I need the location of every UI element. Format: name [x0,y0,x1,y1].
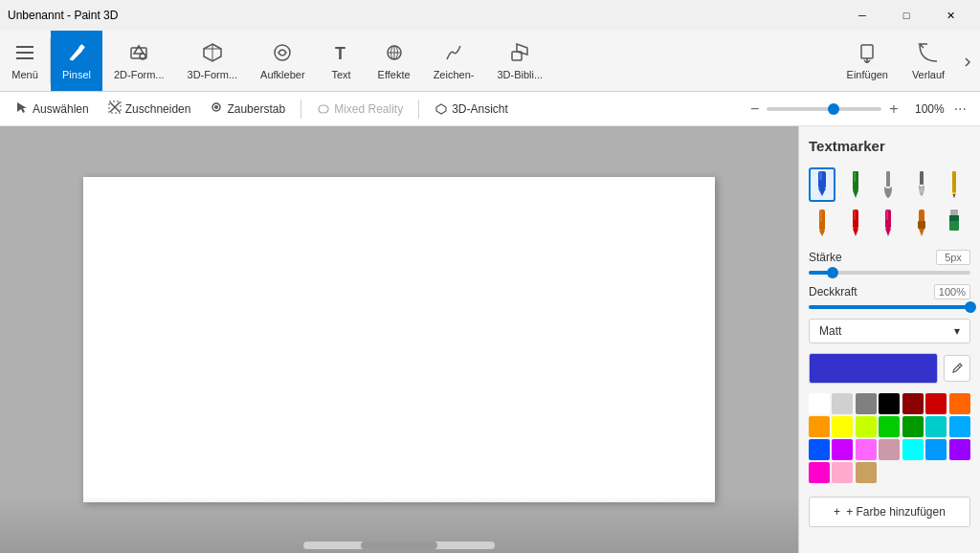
svg-marker-17 [517,44,527,55]
toolbar-aufkleber[interactable]: Aufkleber [249,31,316,91]
pinsel-icon [66,42,87,67]
color-swatch[interactable] [949,416,970,437]
view3d-label: 3D-Ansicht [452,102,508,116]
auswaehlen-button[interactable]: Auswählen [8,97,97,121]
toolbar-2dform[interactable]: 2D-Form... [102,31,176,91]
color-swatch[interactable] [879,416,900,437]
add-color-button[interactable]: + + Farbe hinzufügen [809,497,970,527]
color-swatch[interactable] [832,462,853,483]
brush-airbrush[interactable] [842,206,869,240]
toolbar-pinsel[interactable]: Pinsel [51,31,102,91]
brush-grid [809,167,970,240]
close-button[interactable]: ✕ [928,0,972,31]
scrollbar-thumb [361,542,437,549]
brush-spray[interactable] [875,206,902,240]
svg-marker-46 [885,229,891,236]
color-palette [809,393,970,483]
aufkleber-label: Aufkleber [260,69,304,80]
staerke-value[interactable]: 5px [936,250,970,265]
brush-wasserfarbe[interactable] [908,167,935,202]
titlebar: Unbenannt - Paint 3D ─ □ ✕ [0,0,980,31]
toolbar-text[interactable]: T Text [317,31,367,91]
color-swatch[interactable] [809,462,830,483]
deckkraft-value[interactable]: 100% [934,284,970,299]
zoom-slider[interactable] [767,107,881,111]
color-swatch[interactable] [856,439,877,460]
color-swatch[interactable] [856,393,877,414]
color-swatch[interactable] [949,393,970,414]
color-swatch[interactable] [879,439,900,460]
brush-bucket[interactable] [908,206,935,240]
color-swatch[interactable] [809,393,830,414]
drawing-canvas[interactable] [83,177,715,502]
color-swatch[interactable] [856,416,877,437]
eyedropper-button[interactable] [944,355,970,382]
brush-textmarker[interactable] [809,167,835,202]
finish-chevron-icon: ▾ [954,324,960,338]
brush-oelpinsel[interactable] [875,167,902,202]
deckkraft-fill [809,305,970,309]
color-swatch[interactable] [832,416,853,437]
staerke-section: Stärke 5px [809,250,970,275]
zeichen-icon [443,42,464,67]
color-swatch[interactable] [832,393,853,414]
color-swatch[interactable] [879,393,900,414]
3dbiblio-label: 3D-Bibli... [497,69,543,80]
zoom-minus-button[interactable]: − [746,99,763,120]
view3d-button[interactable]: 3D-Ansicht [427,99,516,120]
tool-sep-1 [301,100,301,119]
toolbar-3dbiblio[interactable]: 3D-Bibli... [485,31,554,91]
add-color-label: + Farbe hinzufügen [846,505,946,519]
horizontal-scrollbar[interactable] [303,542,495,549]
minimize-button[interactable]: ─ [840,0,884,31]
svg-rect-32 [854,172,856,182]
deckkraft-slider[interactable] [809,305,970,309]
tool-sep-2 [418,100,419,119]
toolbar-collapse[interactable] [957,31,980,91]
auswaehlen-icon [15,100,29,117]
color-swatch[interactable] [832,439,853,460]
color-swatch[interactable] [809,416,830,437]
menu-icon [14,42,35,67]
color-swatch[interactable] [925,439,947,460]
zuschneiden-button[interactable]: Zuschneiden [100,97,199,121]
color-swatch[interactable] [902,416,924,437]
brush-crayon[interactable] [809,206,835,240]
color-swatch[interactable] [925,416,947,437]
panel-title: Textmarker [809,138,970,154]
color-swatch-row [809,353,970,384]
canvas-area[interactable] [0,126,798,553]
mixed-reality-button[interactable]: Mixed Reality [309,99,411,120]
main-color-swatch[interactable] [809,353,938,384]
toolbar-3dform[interactable]: 3D-Form... [176,31,250,91]
staerke-slider[interactable] [809,271,970,275]
svg-marker-20 [17,102,27,113]
brush-eraser[interactable] [941,206,968,240]
toolbar-menu[interactable]: Menü [0,31,50,91]
deckkraft-thumb[interactable] [965,301,976,313]
toolbar-effekte[interactable]: Effekte [367,31,422,91]
more-options-button[interactable]: ··· [948,99,972,120]
svg-rect-1 [16,52,33,54]
text-label: Text [331,69,350,80]
color-swatch[interactable] [809,439,830,460]
zoom-plus-button[interactable]: + [885,99,902,120]
toolbar-zeichen[interactable]: Zeichen- [422,31,486,91]
color-swatch[interactable] [856,462,877,483]
toolbar-einfuegen[interactable]: Einfügen [835,31,900,91]
zauberstab-label: Zauberstab [227,102,285,116]
maximize-button[interactable]: □ [884,0,928,31]
staerke-thumb[interactable] [827,267,838,278]
finish-dropdown[interactable]: Matt ▾ [809,319,970,343]
brush-feder[interactable] [842,167,869,202]
color-swatch[interactable] [925,393,947,414]
deckkraft-label: Deckkraft [809,285,858,299]
color-swatch[interactable] [902,439,924,460]
2dform-icon [128,42,149,67]
color-swatch[interactable] [902,393,924,414]
zoom-percent: 100% [906,102,945,116]
color-swatch[interactable] [949,439,970,460]
brush-bleistift[interactable] [941,167,968,202]
toolbar-verlauf[interactable]: Verlauf [900,31,957,91]
zauberstab-button[interactable]: Zauberstab [202,97,293,121]
